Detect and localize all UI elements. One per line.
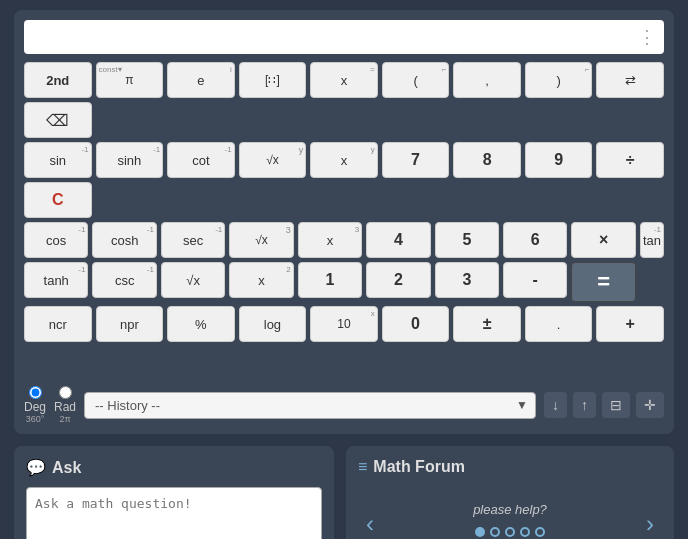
- carousel-dot-2: [490, 527, 500, 537]
- forum-carousel: ‹ please help? ›: [358, 484, 662, 539]
- btn-e[interactable]: ie: [167, 62, 235, 98]
- rad-radio[interactable]: [59, 386, 72, 399]
- math-forum-panel: ≡ Math Forum ‹ please help? › ≡ Browse Q…: [346, 446, 674, 539]
- btn-8[interactable]: 8: [453, 142, 521, 178]
- calculator: ⋮ 2nd const▾π ie [∷] =x ⌐( , ⌐) ⇄ ⌫ -1si…: [14, 10, 674, 434]
- btn-arrow-down[interactable]: ↓: [544, 392, 567, 418]
- btn-plus[interactable]: +: [596, 306, 664, 342]
- btn-sinh[interactable]: -1sinh: [96, 142, 164, 178]
- btn-plusminus[interactable]: ±: [453, 306, 521, 342]
- btn-rparen[interactable]: ⌐): [525, 62, 593, 98]
- btn-0[interactable]: 0: [382, 306, 450, 342]
- forum-icon: ≡: [358, 458, 367, 476]
- btn-minus[interactable]: -: [503, 262, 567, 298]
- bottom-panels: 💬 Ask no registration required! + Ask Qu…: [14, 446, 674, 539]
- calc-row-1: 2nd const▾π ie [∷] =x ⌐( , ⌐) ⇄ ⌫: [24, 62, 664, 138]
- btn-1[interactable]: 1: [298, 262, 362, 298]
- calc-row-2: -1sin -1sinh -1cot y√x xy 7 8 9 ÷ C: [24, 142, 664, 218]
- btn-7[interactable]: 7: [382, 142, 450, 178]
- ask-textarea[interactable]: [26, 487, 322, 539]
- calc-input[interactable]: [32, 28, 638, 46]
- arrow-buttons: ↓ ↑ ⊟ ✛: [544, 392, 664, 418]
- btn-6[interactable]: 6: [503, 222, 567, 258]
- btn-sqrt[interactable]: √x: [161, 262, 225, 298]
- btn-backspace[interactable]: ⌫: [24, 102, 92, 138]
- btn-tan[interactable]: -1tan: [640, 222, 664, 258]
- btn-cos[interactable]: -1cos: [24, 222, 88, 258]
- btn-matrix[interactable]: [∷]: [239, 62, 307, 98]
- btn-sin[interactable]: -1sin: [24, 142, 92, 178]
- carousel-next-button[interactable]: ›: [638, 506, 662, 540]
- btn-yroot-x[interactable]: y√x: [239, 142, 307, 178]
- btn-lparen[interactable]: ⌐(: [382, 62, 450, 98]
- btn-2nd[interactable]: 2nd: [24, 62, 92, 98]
- history-select-wrapper: -- History -- ▼: [84, 392, 536, 419]
- btn-x-to-y[interactable]: xy: [310, 142, 378, 178]
- btn-tanh[interactable]: -1tanh: [24, 262, 88, 298]
- btn-3[interactable]: 3: [435, 262, 499, 298]
- btn-cot[interactable]: -1cot: [167, 142, 235, 178]
- btn-x-cubed[interactable]: x3: [298, 222, 362, 258]
- deg-radio[interactable]: [29, 386, 42, 399]
- btn-log[interactable]: log: [239, 306, 307, 342]
- btn-9[interactable]: 9: [525, 142, 593, 178]
- btn-x-squared[interactable]: x2: [229, 262, 293, 298]
- btn-delete-entry[interactable]: ⊟: [602, 392, 630, 418]
- btn-cosh[interactable]: -1cosh: [92, 222, 156, 258]
- btn-multiply[interactable]: ×: [571, 222, 635, 258]
- carousel-dot-5: [535, 527, 545, 537]
- btn-equals[interactable]: =: [571, 262, 635, 302]
- calc-bottom-row: Deg 360° Rad 2π -- History -- ▼ ↓ ↑ ⊟ ✛: [24, 386, 664, 424]
- btn-sec[interactable]: -1sec: [161, 222, 225, 258]
- carousel-content: please help?: [388, 502, 632, 539]
- btn-arrow-up[interactable]: ↑: [573, 392, 596, 418]
- btn-npr[interactable]: npr: [96, 306, 164, 342]
- btn-divide[interactable]: ÷: [596, 142, 664, 178]
- btn-pi[interactable]: const▾π: [96, 62, 164, 98]
- btn-2[interactable]: 2: [366, 262, 430, 298]
- forum-panel-title: ≡ Math Forum: [358, 458, 465, 476]
- ask-panel: 💬 Ask no registration required! + Ask Qu…: [14, 446, 334, 539]
- forum-question-text: please help?: [388, 502, 632, 517]
- rad-radio-label[interactable]: Rad 2π: [54, 386, 76, 424]
- carousel-dot-1: [475, 527, 485, 537]
- btn-x[interactable]: =x: [310, 62, 378, 98]
- calc-input-row: ⋮: [24, 20, 664, 54]
- btn-comma[interactable]: ,: [453, 62, 521, 98]
- btn-5[interactable]: 5: [435, 222, 499, 258]
- calc-row-5: ncr npr % log 10x 0 ± . +: [24, 306, 664, 382]
- btn-csc[interactable]: -1csc: [92, 262, 156, 298]
- btn-swap[interactable]: ⇄: [596, 62, 664, 98]
- btn-move[interactable]: ✛: [636, 392, 664, 418]
- calc-menu-dots[interactable]: ⋮: [638, 26, 656, 48]
- carousel-dot-4: [520, 527, 530, 537]
- btn-10x[interactable]: 10x: [310, 306, 378, 342]
- carousel-dot-3: [505, 527, 515, 537]
- ask-panel-title: 💬 Ask: [26, 458, 322, 477]
- btn-dot[interactable]: .: [525, 306, 593, 342]
- btn-clear[interactable]: C: [24, 182, 92, 218]
- btn-ncr[interactable]: ncr: [24, 306, 92, 342]
- btn-4[interactable]: 4: [366, 222, 430, 258]
- ask-icon: 💬: [26, 458, 46, 477]
- calc-rows-34: -1cos -1cosh -1sec 3√x x3 4 5 6 × -1tan …: [24, 222, 664, 302]
- btn-cube-root[interactable]: 3√x: [229, 222, 293, 258]
- carousel-dots: [388, 527, 632, 537]
- btn-percent[interactable]: %: [167, 306, 235, 342]
- history-select[interactable]: -- History --: [84, 392, 536, 419]
- carousel-prev-button[interactable]: ‹: [358, 506, 382, 540]
- deg-radio-label[interactable]: Deg 360°: [24, 386, 46, 424]
